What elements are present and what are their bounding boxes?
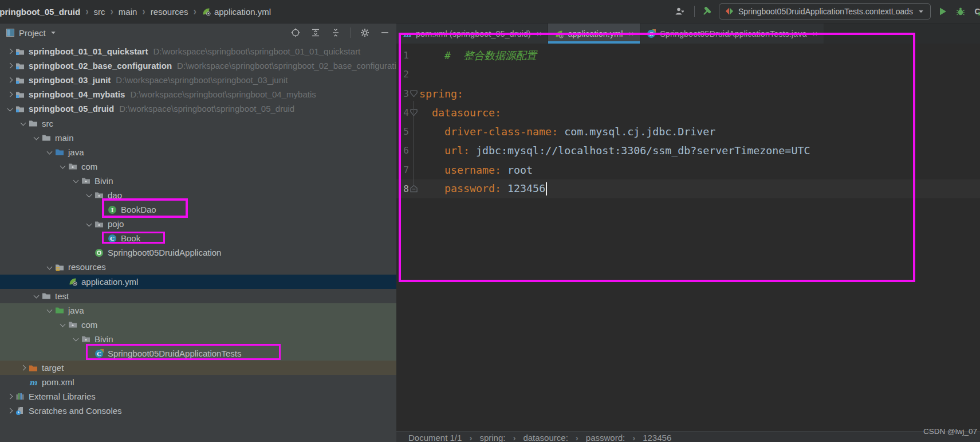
chevron-expanded-icon[interactable] bbox=[85, 190, 94, 200]
toolbar-divider bbox=[350, 28, 351, 38]
tree-row-dao[interactable]: dao bbox=[0, 188, 396, 202]
tree-row-external-libraries[interactable]: External Libraries bbox=[0, 389, 396, 404]
tab-pom-xml-springboot-05-druid[interactable]: mpom.xml (springboot_05_druid)× bbox=[396, 24, 548, 44]
tree-row-pom-xml[interactable]: mpom.xml bbox=[0, 375, 396, 389]
tree-item-path: D:\workspace\springboot\springboot_04_my… bbox=[130, 89, 316, 99]
tree-row-springboot-03-junit[interactable]: springboot_03_junitD:\workspace\springbo… bbox=[0, 73, 396, 87]
chevron-expanded-icon[interactable] bbox=[72, 176, 81, 185]
breadcrumb-item-src[interactable]: src bbox=[94, 7, 105, 17]
build-hammer-icon[interactable] bbox=[701, 6, 713, 17]
status-breadcrumb-item-document-1-1[interactable]: Document 1/1 bbox=[408, 433, 462, 442]
tree-row-springboot-05-druid[interactable]: springboot_05_druidD:\workspace\springbo… bbox=[0, 101, 396, 116]
tree-row-java[interactable]: java bbox=[0, 145, 396, 159]
status-breadcrumb-item-123456[interactable]: 123456 bbox=[643, 433, 671, 442]
tree-row-bookdao[interactable]: IBookDao bbox=[0, 202, 396, 217]
user-icon[interactable] bbox=[671, 6, 688, 17]
chevron-expanded-icon[interactable] bbox=[58, 162, 68, 171]
svg-text:C: C bbox=[110, 236, 115, 242]
module-folder-icon bbox=[15, 104, 25, 114]
chevron-collapsed-icon[interactable] bbox=[6, 76, 15, 85]
hide-panel-icon[interactable] bbox=[379, 27, 391, 38]
code-line[interactable]: 5 driver-class-name: com.mysql.cj.jdbc.D… bbox=[396, 122, 980, 141]
token-value: 123456 bbox=[501, 182, 545, 194]
chevron-expanded-icon[interactable] bbox=[32, 133, 41, 142]
chevron-expanded-icon[interactable] bbox=[58, 320, 68, 329]
code-line[interactable]: 7 username: root bbox=[396, 161, 980, 179]
expand-all-icon[interactable] bbox=[310, 27, 321, 38]
tree-row-src[interactable]: src bbox=[0, 116, 396, 130]
project-panel-title[interactable]: Project bbox=[19, 28, 46, 38]
chevron-collapsed-icon[interactable] bbox=[6, 406, 15, 416]
tree-item-path: D:\workspace\springboot\springboot_02_ba… bbox=[177, 61, 396, 71]
status-breadcrumb-item-password[interactable]: password: bbox=[586, 433, 625, 442]
breadcrumb-item-resources[interactable]: resources bbox=[151, 7, 188, 17]
chevron-expanded-icon[interactable] bbox=[45, 263, 54, 272]
debug-button[interactable] bbox=[955, 6, 966, 17]
chevron-expanded-icon[interactable] bbox=[6, 104, 15, 114]
tree-row-pojo[interactable]: pojo bbox=[0, 217, 396, 231]
close-icon[interactable]: × bbox=[812, 29, 817, 38]
line-number: 1 bbox=[396, 50, 409, 61]
chevron-expanded-icon[interactable] bbox=[19, 119, 28, 128]
fold-marker-icon[interactable] bbox=[409, 185, 418, 193]
settings-gear-icon[interactable] bbox=[359, 27, 371, 38]
chevron-down-icon[interactable] bbox=[50, 27, 57, 38]
tab-application-yml[interactable]: application.yml× bbox=[548, 24, 640, 44]
tree-row-resources[interactable]: resources bbox=[0, 260, 396, 274]
status-breadcrumb-item-spring[interactable]: spring: bbox=[479, 433, 505, 442]
tree-row-springboot-01-01-quickstart[interactable]: springboot_01_01_quickstartD:\workspace\… bbox=[0, 44, 396, 58]
code-editor[interactable]: 1 # 整合数据源配置23spring:4 datasource:5 drive… bbox=[396, 44, 980, 431]
code-line[interactable]: 2 bbox=[396, 65, 980, 84]
tree-row-bivin[interactable]: Bivin bbox=[0, 332, 396, 346]
tree-row-springboot-02-base-configuration[interactable]: springboot_02_base_configurationD:\works… bbox=[0, 58, 396, 73]
chevron-expanded-icon[interactable] bbox=[45, 147, 54, 157]
chevron-collapsed-icon[interactable] bbox=[19, 363, 28, 373]
tree-row-test[interactable]: test bbox=[0, 289, 396, 303]
tree-row-main[interactable]: main bbox=[0, 131, 396, 145]
status-breadcrumb-item-datasource[interactable]: datasource: bbox=[523, 433, 568, 442]
tree-row-scratches-and-consoles[interactable]: Scratches and Consoles bbox=[0, 404, 396, 418]
close-icon[interactable]: × bbox=[537, 29, 542, 38]
chevron-collapsed-icon[interactable] bbox=[6, 90, 15, 99]
tree-row-springboot05druidapplication[interactable]: Springboot05DruidApplication bbox=[0, 245, 396, 260]
chevron-expanded-icon[interactable] bbox=[72, 334, 81, 343]
fold-marker-icon[interactable] bbox=[409, 90, 418, 97]
breadcrumb-item-springboot-05-druid[interactable]: springboot_05_druid bbox=[0, 7, 80, 17]
tree-row-book[interactable]: CBook bbox=[0, 231, 396, 245]
tree-row-bivin[interactable]: Bivin bbox=[0, 174, 396, 188]
tree-row-springboot05druidapplicationtests[interactable]: CSpringboot05DruidApplicationTests bbox=[0, 346, 396, 361]
close-icon[interactable]: × bbox=[628, 29, 633, 38]
java-folder-icon bbox=[54, 147, 65, 157]
editor-breadcrumb-bar: Document 1/1›spring:›datasource:›passwor… bbox=[396, 431, 980, 442]
code-line[interactable]: 6 url: jdbc:mysql://localhost:3306/ssm_d… bbox=[396, 141, 980, 160]
coverage-button[interactable]: C bbox=[973, 6, 980, 17]
run-configuration-select[interactable]: Springboot05DruidApplicationTests.contex… bbox=[719, 3, 931, 19]
code-line[interactable]: 3spring: bbox=[396, 84, 980, 103]
tree-row-application-yml[interactable]: application.yml bbox=[0, 275, 396, 289]
tree-row-springboot-04-mybatis[interactable]: springboot_04_mybatisD:\workspace\spring… bbox=[0, 87, 396, 101]
tree-item-label: pojo bbox=[108, 219, 124, 229]
chevron-collapsed-icon[interactable] bbox=[6, 392, 15, 401]
tree-row-java[interactable]: java bbox=[0, 303, 396, 318]
code-line[interactable]: 8 password: 123456 bbox=[396, 179, 980, 198]
chevron-expanded-icon[interactable] bbox=[45, 306, 54, 315]
breadcrumb-item-application-yml[interactable]: application.yml bbox=[214, 7, 271, 17]
code-line[interactable]: 1 # 整合数据源配置 bbox=[396, 46, 980, 65]
fold-marker-icon[interactable] bbox=[409, 109, 418, 116]
tree-row-com[interactable]: com bbox=[0, 318, 396, 332]
chevron-collapsed-icon[interactable] bbox=[6, 47, 15, 56]
tree-row-com[interactable]: com bbox=[0, 159, 396, 174]
collapse-all-icon[interactable] bbox=[330, 27, 341, 38]
code-line[interactable]: 4 datasource: bbox=[396, 103, 980, 122]
line-number: 6 bbox=[396, 145, 409, 156]
locate-file-icon[interactable] bbox=[290, 27, 301, 38]
chevron-expanded-icon[interactable] bbox=[32, 291, 41, 300]
chevron-spacer bbox=[85, 248, 94, 257]
chevron-collapsed-icon[interactable] bbox=[6, 61, 15, 71]
chevron-expanded-icon[interactable] bbox=[85, 220, 94, 229]
breadcrumb-item-main[interactable]: main bbox=[119, 7, 137, 17]
tree-row-target[interactable]: target bbox=[0, 361, 396, 375]
tab-springboot05druidapplicationtests-java[interactable]: CSpringboot05DruidApplicationTests.java× bbox=[640, 24, 824, 44]
run-button[interactable] bbox=[937, 6, 948, 17]
chevron-spacer bbox=[58, 277, 68, 286]
